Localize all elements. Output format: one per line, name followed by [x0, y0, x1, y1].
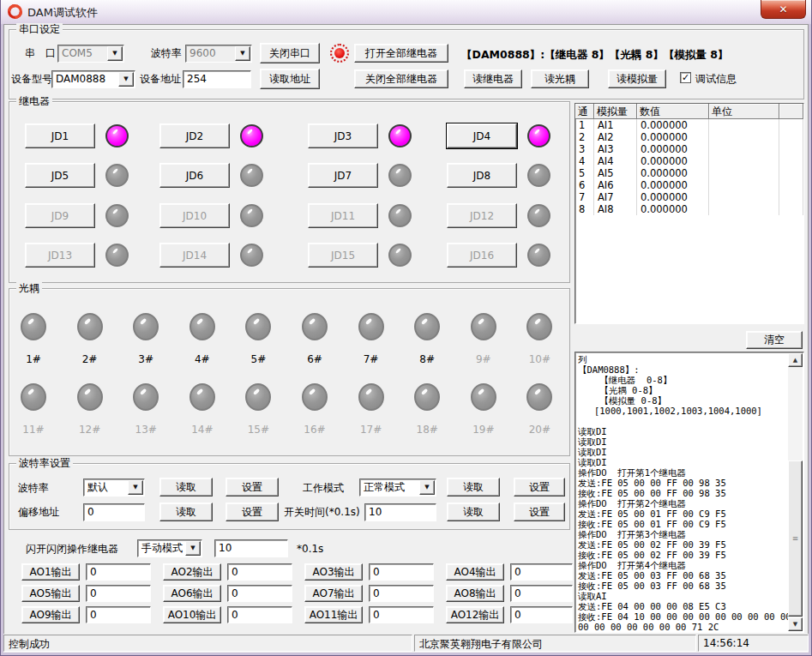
- serial-status-led: [330, 44, 349, 63]
- ao-input-11[interactable]: 0: [369, 606, 434, 623]
- ao-input-12[interactable]: 0: [510, 606, 573, 623]
- opto-channel-7: 7#: [343, 313, 400, 365]
- close-all-relays-button[interactable]: 关闭全部继电器: [354, 69, 448, 88]
- baud-rate-select[interactable]: 默认 ▼: [83, 478, 145, 497]
- relay-group-title: 继电器: [16, 95, 52, 107]
- close-button[interactable]: ✕: [761, 0, 806, 19]
- ao-button-5[interactable]: AO5输出: [21, 585, 80, 602]
- relay-button-jd10[interactable]: JD10: [159, 203, 230, 228]
- flash-mode-select[interactable]: 手动模式 ▼: [137, 539, 202, 557]
- analog-col-header-3[interactable]: 单位: [709, 104, 779, 119]
- model-select[interactable]: DAM0888 ▼: [51, 70, 135, 88]
- relay-button-jd9[interactable]: JD9: [25, 203, 95, 228]
- baud-read-button[interactable]: 读取: [159, 478, 213, 497]
- read-relay-button[interactable]: 读继电器: [464, 69, 522, 88]
- baud-set-button[interactable]: 设置: [226, 478, 279, 497]
- analog-col-header-2[interactable]: 数值: [637, 104, 709, 119]
- ao-input-9[interactable]: 0: [86, 606, 151, 623]
- opto-led-20: [526, 383, 552, 411]
- relay-button-jd8[interactable]: JD8: [447, 163, 517, 188]
- baud-settings-group: 波特率设置 波特率 默认 ▼ 读取 设置 工作模式 正常模式 ▼ 读取 设置 偏…: [9, 463, 570, 530]
- ao-button-8[interactable]: AO8输出: [446, 585, 504, 602]
- chevron-down-icon: ▼: [118, 72, 134, 87]
- analog-cell: 8: [575, 203, 594, 215]
- opto-led-12: [77, 383, 103, 411]
- offset-address-input[interactable]: 0: [83, 503, 145, 521]
- opto-channel-11: 11#: [5, 383, 62, 436]
- read-address-button[interactable]: 读取地址: [260, 69, 320, 89]
- relay-button-jd16[interactable]: JD16: [447, 243, 517, 268]
- port-select[interactable]: COM5 ▼: [57, 45, 124, 63]
- offset-read-button[interactable]: 读取: [159, 503, 213, 521]
- ao-button-2[interactable]: AO2输出: [163, 563, 221, 581]
- relay-button-jd11[interactable]: JD11: [308, 203, 378, 228]
- flash-mode-value: 手动模式: [141, 542, 183, 554]
- analog-cell: [709, 179, 779, 191]
- clear-log-button[interactable]: 清空: [746, 331, 803, 349]
- baud-select[interactable]: 9600 ▼: [185, 45, 252, 63]
- close-port-button[interactable]: 关闭串口: [260, 43, 320, 63]
- ao-button-11[interactable]: AO11输出: [304, 606, 363, 623]
- debug-info-checkbox[interactable]: ✓: [680, 72, 691, 83]
- ao-input-10[interactable]: 0: [227, 606, 292, 623]
- ao-input-1[interactable]: 0: [86, 563, 151, 581]
- ao-button-10[interactable]: AO10输出: [163, 606, 221, 623]
- scroll-down-button[interactable]: ▼: [788, 617, 803, 631]
- work-mode-value: 正常模式: [364, 481, 405, 493]
- relay-button-jd12[interactable]: JD12: [447, 203, 517, 228]
- relay-button-jd4[interactable]: JD4: [447, 123, 517, 148]
- ao-button-3[interactable]: AO3输出: [304, 563, 363, 581]
- relay-button-jd7[interactable]: JD7: [308, 163, 378, 188]
- opto-led-9: [471, 313, 496, 340]
- read-opto-button[interactable]: 读光耦: [531, 69, 589, 88]
- analog-col-header-4[interactable]: [779, 104, 803, 119]
- ao-button-1[interactable]: AO1输出: [21, 563, 80, 581]
- log-panel[interactable]: 列 【DAM0888】: 【继电器 0-8】 【光耦 0-8】 【模拟量 0-8…: [574, 352, 804, 633]
- analog-col-header-1[interactable]: 模拟量: [594, 104, 637, 119]
- switch-time-set-button[interactable]: 设置: [514, 503, 565, 521]
- relay-led-jd14: [240, 244, 263, 267]
- opto-channel-8: 8#: [399, 313, 455, 365]
- opto-label: 2#: [62, 353, 118, 365]
- read-analog-button[interactable]: 读模拟量: [608, 69, 666, 88]
- analog-col-header-0[interactable]: 通: [575, 104, 594, 119]
- relay-button-jd2[interactable]: JD2: [159, 123, 230, 148]
- relay-button-jd13[interactable]: JD13: [25, 243, 95, 268]
- ao-input-5[interactable]: 0: [86, 585, 151, 602]
- relay-button-jd6[interactable]: JD6: [159, 163, 230, 188]
- ao-input-4[interactable]: 0: [510, 563, 573, 581]
- log-scrollbar[interactable]: ▲ ≡ ▼: [788, 353, 803, 631]
- ao-input-2[interactable]: 0: [227, 563, 292, 581]
- ao-button-12[interactable]: AO12输出: [446, 606, 504, 623]
- work-mode-read-button[interactable]: 读取: [447, 478, 500, 497]
- offset-set-button[interactable]: 设置: [226, 503, 279, 521]
- switch-time-input[interactable]: 10: [364, 503, 436, 521]
- opto-channel-18: 18#: [399, 383, 455, 436]
- opto-led-5: [245, 313, 271, 340]
- work-mode-select[interactable]: 正常模式 ▼: [359, 478, 436, 497]
- work-mode-set-button[interactable]: 设置: [514, 478, 565, 497]
- ao-input-7[interactable]: 0: [369, 585, 434, 602]
- ao-input-8[interactable]: 0: [510, 585, 573, 602]
- relay-button-jd14[interactable]: JD14: [159, 243, 230, 268]
- address-input[interactable]: 254: [183, 70, 251, 88]
- scroll-up-button[interactable]: ▲: [788, 353, 803, 367]
- ao-button-6[interactable]: AO6输出: [163, 585, 221, 602]
- model-label: 设备型号: [11, 73, 52, 86]
- ao-input-6[interactable]: 0: [227, 585, 292, 602]
- ao-button-7[interactable]: AO7输出: [304, 585, 363, 602]
- ao-button-9[interactable]: AO9输出: [21, 606, 80, 623]
- relay-button-jd3[interactable]: JD3: [308, 123, 378, 148]
- switch-time-read-button[interactable]: 读取: [447, 503, 500, 521]
- opto-channel-1: 1#: [5, 313, 62, 365]
- open-all-relays-button[interactable]: 打开全部继电器: [354, 44, 448, 63]
- relay-button-jd1[interactable]: JD1: [25, 123, 95, 148]
- flash-time-input[interactable]: 10: [214, 539, 288, 557]
- ao-button-4[interactable]: AO4输出: [446, 563, 504, 581]
- debug-info-label: 调试信息: [695, 73, 737, 86]
- relay-button-jd5[interactable]: JD5: [25, 163, 95, 188]
- relay-button-jd15[interactable]: JD15: [308, 243, 378, 268]
- opto-label: 12#: [62, 424, 118, 436]
- ao-input-3[interactable]: 0: [369, 563, 434, 581]
- scrollbar-thumb[interactable]: ≡: [788, 460, 803, 617]
